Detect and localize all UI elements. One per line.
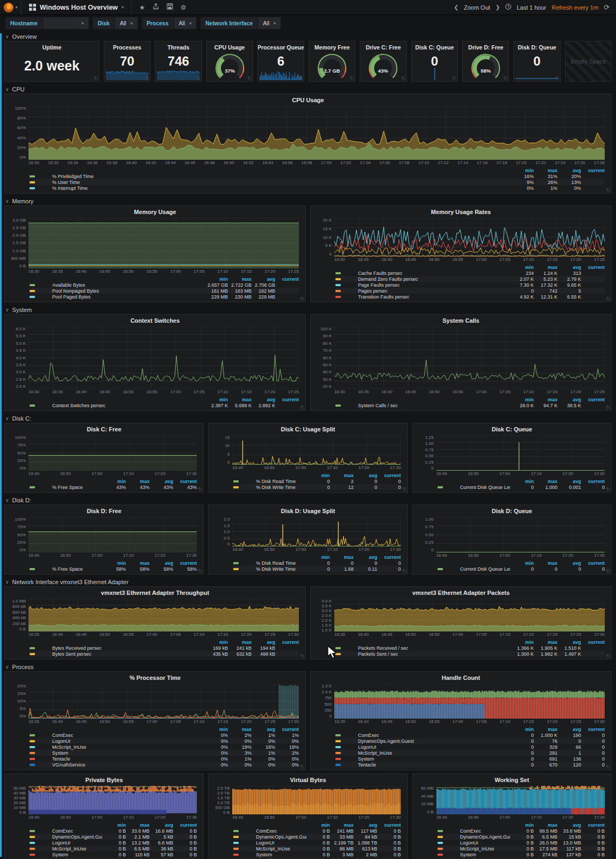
graph-canvas[interactable] (28, 218, 299, 268)
legend-series-name[interactable]: Cache Faults persec (358, 271, 510, 276)
var-disk-select[interactable]: All▾ (114, 17, 138, 29)
legend-series-name[interactable]: McScript_InUse (358, 750, 510, 756)
row-header-process[interactable]: ∨Process (4, 663, 612, 671)
legend-series-color-icon[interactable] (30, 734, 35, 736)
legend-series-color-icon[interactable] (30, 752, 35, 754)
row-header-cpu[interactable]: ∨CPU (4, 85, 612, 94)
legend-series-color-icon[interactable] (233, 854, 239, 856)
graph-canvas[interactable] (28, 786, 197, 814)
time-range-picker[interactable]: Last 1 hour (517, 4, 546, 11)
panel-title[interactable]: Disk C: Free (5, 423, 203, 434)
legend-series-name[interactable]: % Free Space (52, 566, 102, 572)
legend-series-color-icon[interactable] (30, 175, 35, 178)
panel-title[interactable]: Disk C: Queue (413, 423, 611, 434)
legend-series-name[interactable]: % Disk Write Time (256, 485, 306, 490)
legend-series-name[interactable]: McScript_InUse (256, 846, 306, 851)
panel-title[interactable]: Disk C: Queue (416, 44, 454, 51)
legend-series-name[interactable]: Current Disk Queue Length (460, 566, 510, 572)
graph-canvas[interactable] (334, 326, 605, 389)
panel-title[interactable]: Disk D: Usage Split (209, 505, 407, 515)
legend-series-name[interactable]: Available Bytes (52, 282, 204, 288)
save-icon[interactable] (167, 3, 173, 11)
settings-gear-icon[interactable]: ⚙ (181, 4, 187, 11)
graph-canvas[interactable] (436, 517, 605, 552)
share-icon[interactable] (153, 3, 159, 11)
panel-title[interactable]: Uptime (42, 44, 62, 51)
legend-series-name[interactable]: LogonUI (256, 840, 306, 846)
legend-series-name[interactable]: Pages persec (358, 288, 510, 294)
legend-series-name[interactable]: Pool Paged Bytes (52, 294, 204, 300)
legend-series-color-icon[interactable] (30, 758, 35, 760)
legend-series-name[interactable]: System Calls / sec (358, 403, 510, 408)
panel-title[interactable]: % Processor Time (5, 672, 305, 682)
zoom-out-button[interactable]: Zoom Out (464, 4, 490, 11)
panel-title[interactable]: System Calls (311, 315, 611, 325)
graph-canvas[interactable] (334, 218, 605, 257)
legend-series-color-icon[interactable] (438, 830, 443, 832)
legend-series-color-icon[interactable] (30, 404, 35, 407)
legend-series-name[interactable]: ComExec (358, 733, 510, 738)
refresh-interval[interactable]: Refresh every 1m (551, 4, 598, 11)
graph-canvas[interactable] (436, 435, 605, 471)
legend-series-name[interactable]: ComExec (52, 733, 204, 738)
legend-series-name[interactable]: % Disk Read Time (256, 479, 306, 484)
legend-series-name[interactable]: McScript_InUse (52, 744, 204, 750)
row-header-network[interactable]: ∨Network Interface vmxnet3 Ethernet Adap… (4, 578, 612, 586)
legend-series-name[interactable]: % Disk Write Time (256, 566, 306, 572)
legend-series-color-icon[interactable] (30, 854, 35, 856)
legend-series-color-icon[interactable] (335, 284, 341, 286)
legend-series-name[interactable]: Transition Faults persec (358, 294, 510, 300)
legend-series-name[interactable]: LogonUI (460, 840, 510, 846)
legend-series-color-icon[interactable] (30, 284, 35, 286)
legend-series-color-icon[interactable] (335, 764, 341, 766)
legend-series-name[interactable]: System (52, 750, 204, 756)
legend-series-name[interactable]: Packets Received / sec (358, 645, 510, 651)
legend-series-name[interactable]: Bytes Sent persec (52, 651, 204, 657)
panel-title[interactable]: Virtual Bytes (209, 774, 407, 784)
legend-series-name[interactable]: System (256, 852, 306, 857)
legend-series-color-icon[interactable] (30, 290, 35, 292)
legend-series-name[interactable]: Tentacle (358, 762, 510, 768)
panel-title[interactable]: vmxnet3 Ethernet Adapter Throughput (5, 587, 305, 597)
row-header-overview[interactable]: ∨Overview (4, 32, 612, 41)
legend-series-name[interactable]: LogonUI (52, 739, 204, 744)
legend-series-name[interactable]: ComExec (256, 828, 306, 834)
legend-series-color-icon[interactable] (30, 296, 35, 298)
legend-series-name[interactable]: System (358, 756, 510, 762)
graph-canvas[interactable] (232, 786, 400, 814)
legend-series-color-icon[interactable] (438, 836, 443, 838)
legend-series-name[interactable]: DynamicOps.Agent.Guest (52, 834, 102, 840)
legend-series-color-icon[interactable] (30, 181, 35, 183)
legend-series-color-icon[interactable] (30, 740, 35, 742)
dashboard-picker[interactable]: Windows Host Overview ▾ (22, 0, 132, 15)
panel-title[interactable]: CPU Usage (5, 94, 611, 104)
graph-canvas[interactable] (232, 517, 400, 546)
legend-series-color-icon[interactable] (233, 562, 239, 564)
legend-series-color-icon[interactable] (233, 486, 239, 488)
star-icon[interactable]: ★ (139, 4, 145, 11)
legend-series-color-icon[interactable] (30, 647, 35, 649)
legend-series-color-icon[interactable] (335, 296, 341, 298)
legend-series-color-icon[interactable] (438, 568, 443, 570)
legend-series-color-icon[interactable] (438, 486, 443, 488)
legend-series-name[interactable]: % Priviledged Time (52, 174, 510, 179)
graph-canvas[interactable] (28, 435, 197, 471)
row-header-disk-c[interactable]: ∨Disk C: (4, 414, 612, 423)
panel-title[interactable]: Processes (113, 44, 141, 51)
legend-series-color-icon[interactable] (30, 653, 35, 655)
panel-title[interactable]: Context Switches (5, 315, 305, 325)
legend-series-color-icon[interactable] (233, 836, 239, 838)
panel-title[interactable]: Disk D: Queue (413, 505, 611, 515)
legend-series-color-icon[interactable] (30, 830, 35, 832)
legend-series-color-icon[interactable] (335, 758, 341, 760)
legend-series-name[interactable]: McScript_InUse (460, 846, 510, 851)
legend-series-color-icon[interactable] (233, 848, 239, 850)
legend-series-color-icon[interactable] (30, 836, 35, 838)
legend-series-color-icon[interactable] (30, 848, 35, 850)
legend-series-color-icon[interactable] (335, 290, 341, 292)
legend-series-color-icon[interactable] (30, 568, 35, 570)
graph-canvas[interactable] (334, 599, 605, 631)
panel-title[interactable]: Threads (167, 44, 189, 51)
graph-canvas[interactable] (232, 435, 400, 465)
refresh-icon[interactable]: ⟳ (604, 3, 610, 11)
